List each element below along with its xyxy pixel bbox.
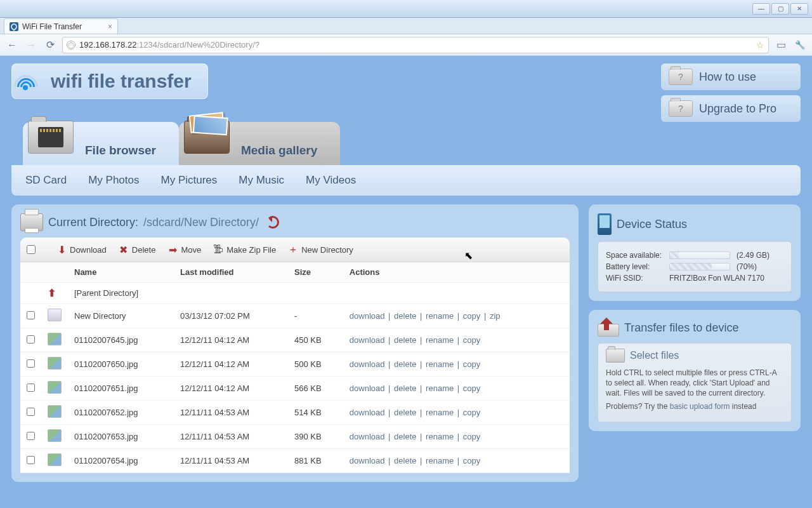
panel-toggle-icon[interactable]: ▭ bbox=[774, 38, 788, 52]
action-delete[interactable]: delete bbox=[394, 456, 416, 465]
action-zip[interactable]: zip bbox=[490, 311, 501, 321]
refresh-icon[interactable] bbox=[266, 216, 279, 229]
basic-upload-link[interactable]: basic upload form bbox=[670, 402, 730, 411]
action-rename[interactable]: rename bbox=[426, 311, 454, 321]
action-copy[interactable]: copy bbox=[463, 335, 480, 345]
file-size: 390 KB bbox=[288, 425, 343, 449]
file-modified: 12/11/11 04:53 AM bbox=[174, 449, 288, 473]
action-download[interactable]: download bbox=[350, 408, 385, 417]
file-size: - bbox=[288, 304, 343, 328]
url-bar[interactable]: ◯ 192.168.178.22:1234/sdcard/New%20Direc… bbox=[62, 37, 769, 53]
browser-tab[interactable]: WiFi File Transfer × bbox=[4, 18, 118, 34]
table-row[interactable]: 01102007650.jpg12/12/11 04:12 AM500 KBdo… bbox=[20, 352, 570, 377]
battery-bar bbox=[669, 263, 730, 271]
tab-media-gallery[interactable]: Media gallery bbox=[179, 122, 340, 165]
upgrade-button[interactable]: ? Upgrade to Pro bbox=[661, 95, 801, 122]
file-name[interactable]: 01102007650.jpg bbox=[68, 352, 174, 377]
action-rename[interactable]: rename bbox=[426, 408, 454, 417]
action-rename[interactable]: rename bbox=[426, 384, 454, 393]
action-download[interactable]: download bbox=[350, 335, 385, 345]
subnav-my-photos[interactable]: My Photos bbox=[88, 174, 139, 187]
action-copy[interactable]: copy bbox=[463, 456, 480, 465]
bookmark-star-icon[interactable]: ☆ bbox=[756, 40, 764, 50]
row-checkbox[interactable] bbox=[27, 359, 35, 368]
download-button[interactable]: ⬇Download bbox=[52, 243, 110, 257]
subnav-sd-card[interactable]: SD Card bbox=[25, 174, 67, 187]
row-checkbox[interactable] bbox=[27, 311, 35, 319]
row-checkbox[interactable] bbox=[27, 408, 35, 416]
file-name[interactable]: 01102007654.jpg bbox=[68, 449, 174, 473]
subnav-my-videos[interactable]: My Videos bbox=[306, 174, 356, 187]
tab-media-gallery-label: Media gallery bbox=[241, 144, 317, 157]
row-checkbox[interactable] bbox=[27, 384, 35, 392]
action-copy[interactable]: copy bbox=[463, 359, 480, 369]
action-copy[interactable]: copy bbox=[463, 311, 480, 321]
action-rename[interactable]: rename bbox=[426, 335, 454, 345]
parent-directory-label: [Parent Directory] bbox=[68, 283, 570, 304]
reload-button[interactable]: ⟳ bbox=[43, 38, 57, 52]
table-row[interactable]: 01102007651.jpg12/12/11 04:12 AM566 KBdo… bbox=[20, 377, 570, 401]
maximize-button[interactable]: ▢ bbox=[771, 3, 789, 15]
action-rename[interactable]: rename bbox=[426, 359, 454, 369]
action-download[interactable]: download bbox=[350, 311, 385, 321]
up-arrow-icon: ⬆ bbox=[48, 288, 56, 298]
upload-alt-text: Problems? Try the basic upload form inst… bbox=[606, 401, 783, 411]
file-name[interactable]: New Directory bbox=[68, 304, 174, 328]
table-row[interactable]: 01102007652.jpg12/11/11 04:53 AM514 KBdo… bbox=[20, 401, 570, 425]
subnav-my-pictures[interactable]: My Pictures bbox=[161, 174, 218, 187]
file-name[interactable]: 01102007652.jpg bbox=[68, 401, 174, 425]
upgrade-label: Upgrade to Pro bbox=[699, 102, 776, 116]
delete-button[interactable]: ✖Delete bbox=[114, 243, 160, 257]
row-checkbox[interactable] bbox=[27, 456, 35, 464]
page-body: wifi file transfer ? How to use ? Upgrad… bbox=[0, 56, 812, 508]
action-rename[interactable]: rename bbox=[426, 432, 454, 441]
table-row[interactable]: 01102007645.jpg12/12/11 04:12 AM450 KBdo… bbox=[20, 328, 570, 352]
subnav-my-music[interactable]: My Music bbox=[239, 174, 284, 187]
action-delete[interactable]: delete bbox=[394, 432, 416, 441]
battery-value: (70%) bbox=[737, 262, 757, 271]
wrench-icon[interactable]: 🔧 bbox=[793, 38, 807, 52]
action-copy[interactable]: copy bbox=[463, 408, 480, 417]
how-to-use-button[interactable]: ? How to use bbox=[661, 64, 801, 90]
action-copy[interactable]: copy bbox=[463, 384, 480, 393]
file-table: Name Last modified Size Actions ⬆ [Paren… bbox=[20, 262, 570, 473]
upload-icon bbox=[598, 319, 619, 337]
action-delete[interactable]: delete bbox=[394, 335, 416, 345]
zip-button[interactable]: 🗜Make Zip File bbox=[209, 243, 280, 257]
action-download[interactable]: download bbox=[350, 432, 385, 441]
image-icon bbox=[48, 381, 62, 394]
move-button[interactable]: ➡Move bbox=[163, 243, 205, 257]
action-delete[interactable]: delete bbox=[394, 384, 416, 393]
forward-button[interactable]: → bbox=[24, 38, 38, 52]
file-modified: 12/11/11 04:53 AM bbox=[174, 425, 288, 449]
image-icon bbox=[48, 429, 62, 442]
action-rename[interactable]: rename bbox=[426, 456, 454, 465]
file-name[interactable]: 01102007651.jpg bbox=[68, 377, 174, 401]
action-delete[interactable]: delete bbox=[394, 408, 416, 417]
back-button[interactable]: ← bbox=[5, 38, 19, 52]
tab-close-icon[interactable]: × bbox=[108, 22, 112, 31]
action-download[interactable]: download bbox=[350, 359, 385, 369]
file-name[interactable]: 01102007645.jpg bbox=[68, 328, 174, 352]
col-modified[interactable]: Last modified bbox=[174, 262, 288, 283]
action-download[interactable]: download bbox=[350, 456, 385, 465]
tab-file-browser[interactable]: File browser bbox=[23, 122, 179, 165]
close-button[interactable]: ✕ bbox=[790, 3, 808, 15]
table-row[interactable]: New Directory03/13/12 07:02 PM-download … bbox=[20, 304, 570, 328]
action-delete[interactable]: delete bbox=[394, 359, 416, 369]
row-checkbox[interactable] bbox=[27, 335, 35, 344]
table-row[interactable]: 01102007653.jpg12/11/11 04:53 AM390 KBdo… bbox=[20, 425, 570, 449]
action-copy[interactable]: copy bbox=[463, 432, 480, 441]
minimize-button[interactable]: — bbox=[752, 3, 770, 15]
select-files-title[interactable]: Select files bbox=[630, 350, 679, 361]
row-checkbox[interactable] bbox=[27, 432, 35, 440]
action-delete[interactable]: delete bbox=[394, 311, 416, 321]
action-download[interactable]: download bbox=[350, 384, 385, 393]
table-row[interactable]: 01102007654.jpg12/11/11 04:53 AM881 KBdo… bbox=[20, 449, 570, 473]
col-name[interactable]: Name bbox=[68, 262, 174, 283]
parent-directory-row[interactable]: ⬆ [Parent Directory] bbox=[20, 283, 570, 304]
col-size[interactable]: Size bbox=[288, 262, 343, 283]
select-all-checkbox[interactable] bbox=[27, 245, 36, 254]
file-name[interactable]: 01102007653.jpg bbox=[68, 425, 174, 449]
new-directory-button[interactable]: ＋New Directory bbox=[284, 243, 357, 257]
